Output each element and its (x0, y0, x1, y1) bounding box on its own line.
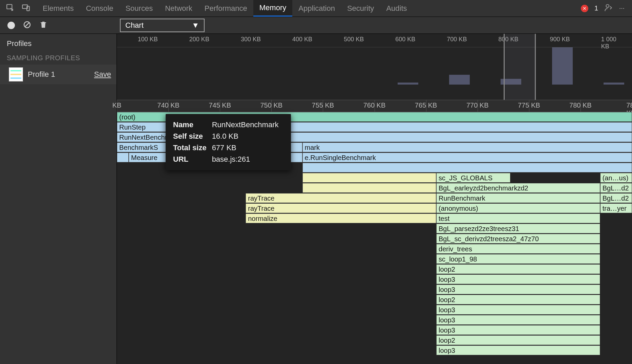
overview-selection[interactable] (504, 34, 535, 100)
profile-icon (9, 67, 23, 82)
tooltip-key: Self size (173, 131, 211, 142)
overview-tick: 400 KB (292, 36, 312, 43)
flame-cell[interactable]: normalize (246, 213, 436, 223)
sidebar-title: Profiles (0, 34, 117, 51)
flame-cell[interactable] (302, 163, 632, 173)
flame-cell[interactable]: sc_JS_GLOBALS (436, 173, 510, 183)
overview-tick: 900 KB (550, 36, 570, 43)
flame-cell[interactable]: loop3 (436, 345, 600, 355)
overview-tick: 500 KB (344, 36, 364, 43)
tab-application[interactable]: Application (292, 0, 341, 17)
detail-tick: 740 KB (157, 101, 180, 109)
tab-console[interactable]: Console (80, 0, 120, 17)
flame-cell[interactable]: (an…us) (600, 173, 632, 183)
tab-performance[interactable]: Performance (198, 0, 253, 17)
sidebar-section-label: SAMPLING PROFILES (0, 51, 117, 65)
detail-tick: KB (112, 101, 122, 109)
tooltip-key: Name (173, 119, 211, 130)
tab-elements[interactable]: Elements (37, 0, 80, 17)
overview-tick: 200 KB (189, 36, 209, 43)
inspect-tools (0, 3, 37, 14)
trash-icon[interactable] (39, 21, 47, 30)
flame-cell[interactable]: loop3 (436, 305, 600, 315)
tab-network[interactable]: Network (159, 0, 198, 17)
overview-tick: 600 KB (395, 36, 415, 43)
view-mode-label: Chart (125, 21, 144, 30)
tooltip-key: URL (173, 154, 211, 165)
overview-tick: 100 KB (138, 36, 158, 43)
flame-cell[interactable]: BgL_parsezd2ze3treesz31 (436, 224, 600, 233)
flame-cell[interactable]: loop3 (436, 285, 600, 294)
inspect-element-icon[interactable] (6, 3, 15, 14)
overview-bars (117, 47, 632, 85)
flame-cell[interactable]: loop3 (436, 325, 600, 335)
detail-tick: 745 KB (209, 101, 231, 109)
error-count: 1 (594, 4, 598, 12)
flame-tooltip: NameRunNextBenchmarkSelf size16.0 KBTota… (166, 114, 291, 170)
flame-cell[interactable]: BgL_earleyzd2benchmarkzd2 (436, 183, 600, 193)
overview-ruler[interactable]: 100 KB200 KB300 KB400 KB500 KB600 KB700 … (117, 34, 632, 47)
flame-cell[interactable] (302, 183, 436, 193)
flame-cell[interactable]: tra…yer (600, 203, 632, 213)
tabstrip-right: ✕ 1 ⋯ (581, 3, 632, 14)
detail-tick: 760 KB (363, 101, 386, 109)
overview-tick: 700 KB (447, 36, 467, 43)
flame-cell[interactable]: rayTrace (246, 203, 436, 213)
profile-row[interactable]: Profile 1 Save (0, 65, 117, 84)
overview-tick: 300 KB (241, 36, 261, 43)
detail-ruler[interactable]: KB740 KB745 KB750 KB755 KB760 KB765 KB77… (117, 100, 632, 112)
tab-audits[interactable]: Audits (380, 0, 413, 17)
chevron-down-icon: ▼ (192, 21, 199, 30)
memory-toolbar: Chart ▼ (0, 17, 632, 34)
detail-tick: 770 KB (466, 101, 489, 109)
save-link[interactable]: Save (94, 70, 111, 79)
record-icon[interactable] (7, 22, 15, 29)
tooltip-value: RunNextBenchmark (212, 119, 283, 130)
flame-cell[interactable]: BgL_sc_derivzd2treesza2_47z70 (436, 234, 600, 244)
flame-cell[interactable]: RunBenchmark (436, 193, 600, 203)
tab-security[interactable]: Security (341, 0, 380, 17)
flame-cell[interactable]: e.RunSingleBenchmark (302, 153, 632, 162)
flame-cell[interactable]: (anonymous) (436, 203, 600, 213)
flame-cell[interactable]: rayTrace (246, 193, 436, 203)
flame-cell[interactable]: deriv_trees (436, 244, 600, 254)
more-options-icon[interactable]: ⋯ (619, 5, 625, 12)
tooltip-value: 16.0 KB (212, 131, 283, 142)
flame-cell[interactable]: loop3 (436, 274, 600, 284)
detail-tick: 775 KB (518, 101, 540, 109)
flame-cell[interactable]: sc_loop1_98 (436, 254, 600, 264)
flame-cell[interactable]: loop2 (436, 295, 600, 304)
tab-sources[interactable]: Sources (119, 0, 159, 17)
flame-cell[interactable]: loop2 (436, 335, 600, 345)
detail-tick: 765 KB (415, 101, 437, 109)
devtools-tabstrip: ElementsConsoleSourcesNetworkPerformance… (0, 0, 632, 17)
clear-icon[interactable] (23, 21, 31, 30)
error-badge-icon[interactable]: ✕ (581, 5, 588, 12)
flame-cell[interactable] (117, 153, 129, 162)
feedback-icon[interactable] (604, 3, 613, 14)
device-toolbar-icon[interactable] (22, 3, 30, 14)
profiles-sidebar: Profiles SAMPLING PROFILES Profile 1 Sav… (0, 34, 117, 364)
flame-cell[interactable]: BgL…d2 (600, 193, 632, 203)
flame-cell[interactable]: mark (302, 142, 632, 152)
flame-chart-area[interactable]: 100 KB200 KB300 KB400 KB500 KB600 KB700 … (117, 34, 632, 364)
tooltip-value: 677 KB (212, 142, 283, 153)
detail-tick: 780 KB (569, 101, 592, 109)
flame-cell[interactable]: loop2 (436, 264, 600, 274)
view-mode-select[interactable]: Chart ▼ (120, 19, 205, 32)
svg-rect-0 (7, 4, 12, 9)
flame-cell[interactable]: test (436, 213, 600, 223)
detail-tick: 755 KB (312, 101, 334, 109)
svg-point-3 (606, 4, 609, 7)
flame-cell[interactable]: BgL…d2 (600, 183, 632, 193)
tooltip-value: base.js:261 (212, 154, 283, 165)
tab-memory[interactable]: Memory (253, 0, 292, 17)
profile-name: Profile 1 (28, 70, 55, 79)
flame-cell[interactable]: loop3 (436, 315, 600, 325)
tooltip-key: Total size (173, 142, 211, 153)
flame-cell[interactable] (302, 173, 436, 183)
detail-tick: 750 KB (260, 101, 282, 109)
